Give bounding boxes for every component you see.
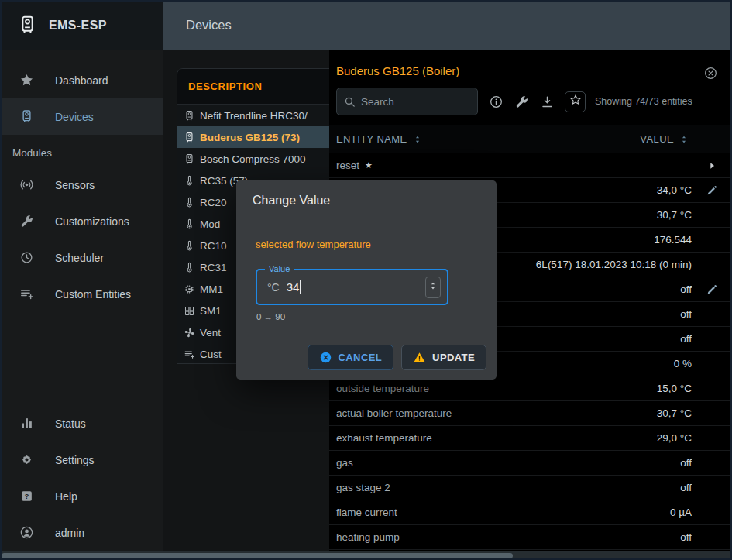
fan-icon (184, 327, 195, 338)
entity-value: 0 % (674, 358, 692, 369)
dialog-actions: CANCEL UPDATE (308, 345, 486, 370)
playlist-icon (184, 349, 195, 360)
sidebar-item-customizations[interactable]: Customizations (0, 203, 163, 239)
entity-name-column-label: ENTITY NAME (336, 133, 407, 145)
value-range-hint: 0 → 90 (256, 312, 497, 321)
sidebar-item-label: Custom Entities (55, 288, 131, 301)
change-value-dialog: Change Value selected flow temperature V… (236, 180, 497, 380)
entity-name: flame current (336, 507, 397, 518)
pencil-icon[interactable] (692, 184, 732, 197)
scrollbar-thumb[interactable] (2, 553, 513, 558)
search-icon (343, 95, 356, 108)
entity-value: off (680, 457, 692, 469)
value-column-header[interactable]: VALUE (640, 133, 689, 145)
entity-name: reset (336, 160, 359, 171)
value-input-text: 34 (287, 280, 300, 294)
sidebar-item-admin[interactable]: admin (0, 514, 163, 551)
entity-value: 30,7 °C (657, 209, 692, 221)
sidebar-item-devices[interactable]: Devices (0, 98, 163, 135)
maintenance-wrench-icon[interactable] (514, 94, 529, 109)
app-logo-boiler-icon (17, 15, 38, 36)
entity-row[interactable]: reset★ (329, 153, 732, 178)
cancel-button[interactable]: CANCEL (308, 345, 394, 370)
search-input-wrapper (336, 88, 478, 115)
device-name: RC10 (200, 240, 227, 252)
cancel-circle-icon (319, 351, 332, 364)
entity-row[interactable]: actual boiler temperature30,7 °C (329, 401, 732, 426)
boiler-icon (19, 109, 34, 124)
boiler-icon (184, 110, 195, 122)
grid-icon (184, 305, 195, 317)
entity-name: actual boiler temperature (336, 407, 452, 419)
person-icon (19, 525, 34, 540)
value-input-label: Value (265, 264, 294, 273)
entity-value: off (680, 308, 692, 320)
sidebar-item-label: Devices (55, 111, 94, 123)
entity-row[interactable]: outside temperature15,0 °C (329, 376, 732, 401)
entity-name: gas (336, 457, 353, 469)
entity-name: outside temperature (336, 383, 429, 394)
stepper-arrows-icon (428, 277, 438, 297)
sidebar-item-help[interactable]: ?Help (0, 478, 163, 514)
dialog-entity-label: selected flow temperature (256, 239, 497, 250)
text-cursor (300, 280, 301, 294)
horizontal-scrollbar[interactable] (0, 551, 732, 560)
entity-value: 176.544 (654, 234, 692, 246)
sidebar-item-sensors[interactable]: Sensors (0, 167, 163, 203)
sidebar-item-scheduler[interactable]: Scheduler (0, 239, 163, 276)
favorite-star-icon: ★ (365, 160, 373, 170)
topbar: EMS-ESP Devices (0, 0, 732, 50)
value-input[interactable]: Value °C 34 (256, 269, 448, 305)
entity-name: heating pump (336, 531, 400, 543)
star-icon (19, 73, 34, 88)
search-input[interactable] (361, 96, 462, 108)
entity-value: off (680, 531, 692, 543)
sidebar: DashboardDevices Modules SensorsCustomiz… (0, 50, 163, 560)
svg-text:?: ? (25, 493, 29, 500)
sidebar-item-label: Customizations (55, 215, 129, 228)
gear-icon (19, 452, 34, 467)
wrench-icon (19, 214, 34, 228)
sidebar-item-label: Sensors (55, 179, 95, 191)
pencil-icon[interactable] (692, 283, 732, 296)
number-stepper[interactable] (425, 277, 441, 298)
info-icon[interactable] (489, 94, 503, 109)
device-name: Buderus GB125 (73) (200, 132, 300, 143)
chevron-right-icon[interactable] (692, 160, 732, 172)
close-icon[interactable] (703, 66, 718, 81)
sidebar-item-settings[interactable]: Settings (0, 441, 163, 478)
sort-icon (412, 134, 423, 145)
playlist-icon (19, 287, 34, 301)
device-name: Vent (200, 327, 221, 338)
sidebar-item-label: Scheduler (55, 252, 104, 264)
update-button[interactable]: UPDATE (401, 345, 486, 370)
app-title: EMS-ESP (49, 19, 107, 33)
showing-entities-count: Showing 74/73 entities (595, 96, 692, 107)
cancel-button-label: CANCEL (339, 352, 383, 363)
sidebar-item-status[interactable]: Status (0, 405, 163, 441)
value-unit: °C (267, 281, 280, 294)
device-name: MM1 (200, 283, 223, 295)
download-icon[interactable] (540, 94, 555, 109)
entity-row[interactable]: gasoff (329, 451, 732, 476)
sidebar-item-dashboard[interactable]: Dashboard (0, 62, 163, 98)
sidebar-item-label: Dashboard (55, 74, 108, 87)
entity-row[interactable]: exhaust temperature29,0 °C (329, 426, 732, 451)
entity-row[interactable]: gas stage 2off (329, 476, 732, 500)
sidebar-item-label: Help (55, 490, 77, 503)
sidebar-section-modules: Modules (0, 135, 163, 167)
update-button-label: UPDATE (432, 352, 475, 363)
entity-value: off (680, 333, 692, 345)
sidebar-item-label: admin (55, 527, 84, 539)
entity-name-column-header[interactable]: ENTITY NAME (336, 133, 423, 145)
entity-value: off (680, 482, 692, 493)
entity-toolbar: Showing 74/73 entities (336, 86, 732, 117)
entity-row[interactable]: flame current0 µA (329, 500, 732, 525)
thermostat-icon (184, 218, 195, 230)
sidebar-item-custom-entities[interactable]: Custom Entities (0, 276, 163, 312)
entity-row[interactable]: heating pumpoff (329, 525, 732, 550)
device-panel-title: Buderus GB125 (Boiler) (336, 64, 459, 77)
entity-value: 15,0 °C (657, 383, 692, 394)
entity-value: 0 µA (670, 507, 692, 518)
favorites-filter-button[interactable] (565, 91, 586, 112)
